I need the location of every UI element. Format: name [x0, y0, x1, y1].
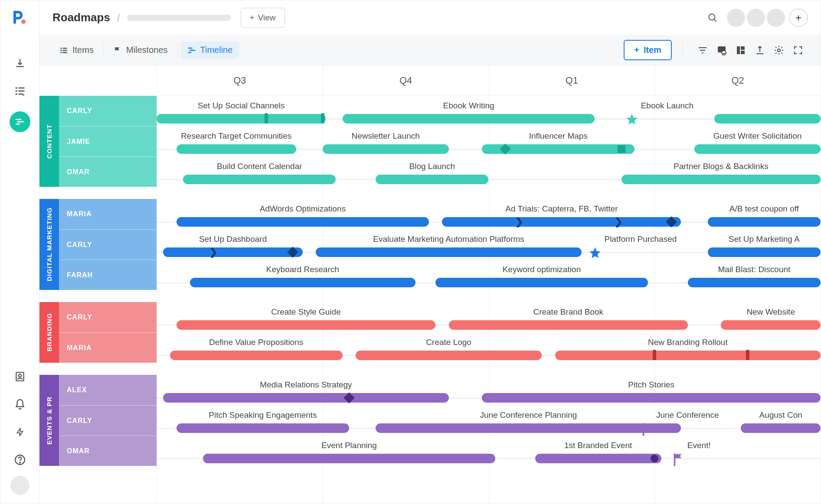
timeline-bar[interactable]	[190, 278, 416, 287]
swimlane-row-header[interactable]: MARIA	[59, 199, 157, 229]
avatar[interactable]	[727, 9, 745, 27]
svg-rect-27	[741, 51, 745, 54]
milestone-flag[interactable]	[641, 422, 653, 434]
timeline-bar-label: A/B test coupon off	[729, 204, 799, 214]
view-milestones-tab[interactable]: Milestones	[106, 42, 175, 59]
timeline-bar-label: Blog Launch	[409, 162, 455, 171]
timeline-bar-label: Mail Blast: Discount	[718, 265, 790, 274]
timeline-bar[interactable]	[323, 144, 449, 154]
timeline-bar[interactable]	[535, 454, 661, 463]
timeline-bar[interactable]	[435, 278, 648, 287]
timeline-bar[interactable]	[621, 175, 821, 184]
avatar[interactable]	[767, 9, 785, 27]
add-view-button[interactable]: + View	[241, 8, 285, 28]
nav-contacts-icon[interactable]	[13, 369, 27, 384]
timeline-bar[interactable]	[555, 351, 821, 360]
milestone-label: Platform Purchased	[604, 234, 677, 244]
timeline-bar[interactable]	[177, 217, 429, 227]
timeline-bar[interactable]	[157, 114, 326, 124]
plus-icon: +	[250, 13, 255, 23]
nav-profile-avatar[interactable]	[10, 476, 29, 495]
gear-icon[interactable]	[769, 41, 788, 60]
swimlane-row-header[interactable]: JAMIE	[59, 126, 157, 156]
svg-rect-12	[61, 50, 62, 51]
app-logo[interactable]	[12, 9, 28, 26]
nav-activity-icon[interactable]	[13, 425, 27, 439]
view-timeline-tab[interactable]: Timeline	[180, 42, 240, 59]
swimlane-row-header[interactable]: MARIA	[59, 332, 157, 363]
add-item-button[interactable]: + Item	[624, 40, 672, 60]
swimlane-tab[interactable]: CONTENT	[39, 96, 59, 187]
link-icon[interactable]	[712, 41, 731, 60]
timeline-bar-label: June Conference Planning	[480, 410, 577, 420]
swimlane-row-header[interactable]: FARAH	[59, 260, 157, 290]
list-icon	[59, 46, 68, 55]
timeline-bar[interactable]	[163, 393, 448, 403]
milestone-flag[interactable]	[672, 452, 684, 465]
search-icon[interactable]	[707, 12, 718, 23]
svg-point-0	[21, 20, 26, 24]
timeline-rows: Set Up Social ChannelsEbook WritingEbook…	[157, 96, 821, 466]
swimlane-tab[interactable]: DIGITAL MARKETING	[39, 199, 59, 290]
fullscreen-icon[interactable]	[788, 41, 808, 60]
swimlane-row-header[interactable]: OMAR	[59, 156, 157, 187]
swimlane-row-header[interactable]: CARLY	[59, 405, 157, 436]
timeline-bar[interactable]	[708, 247, 821, 257]
timeline-bar[interactable]	[170, 351, 343, 360]
timeline-bar[interactable]	[356, 351, 542, 360]
swimlane-row-header[interactable]: CARLY	[59, 229, 157, 260]
swimlane-row-header[interactable]: OMAR	[59, 436, 157, 466]
view-timeline-label: Timeline	[200, 45, 233, 55]
timeline-bar[interactable]	[741, 423, 821, 433]
timeline-row: Set Up Social ChannelsEbook WritingEbook…	[157, 96, 821, 126]
progress-marker	[653, 350, 656, 360]
view-items-tab[interactable]: Items	[52, 42, 101, 59]
filter-icon[interactable]	[693, 41, 712, 60]
progress-marker	[265, 113, 268, 124]
swimlane-tab[interactable]: BRANDING	[39, 302, 59, 363]
swimlane-row-header[interactable]: CARLY	[59, 96, 157, 126]
nav-help-icon[interactable]	[13, 452, 27, 467]
nav-list-icon[interactable]	[13, 84, 27, 98]
nav-import-icon[interactable]	[13, 56, 27, 71]
milestone-star[interactable]	[625, 113, 638, 125]
nav-roadmap-icon[interactable]	[10, 111, 30, 132]
avatar[interactable]	[747, 9, 765, 27]
swimlane-row-header[interactable]: ALEX	[59, 375, 157, 405]
timeline-area[interactable]: Q3Q4Q1Q2 Set Up Social ChannelsEbook Wri…	[157, 65, 821, 504]
timeline-canvas: CONTENTCARLYJAMIEOMARDIGITAL MARKETINGMA…	[39, 65, 821, 504]
timeline-bar[interactable]	[442, 217, 681, 227]
timeline-bar-label: Create Brand Book	[533, 307, 603, 317]
page-header: Roadmaps / + View +	[39, 0, 821, 35]
timeline-bar[interactable]	[316, 247, 581, 257]
timeline-bar[interactable]	[688, 278, 821, 287]
add-collaborator-button[interactable]: +	[789, 9, 808, 27]
milestone-star[interactable]	[589, 246, 601, 258]
timeline-bar[interactable]	[449, 320, 688, 330]
timeline-bar[interactable]	[694, 144, 821, 154]
timeline-bar[interactable]	[203, 454, 495, 463]
export-icon[interactable]	[750, 41, 769, 60]
nav-notifications-icon[interactable]	[13, 397, 27, 412]
timeline-bar-label: AdWords Optimizations	[260, 204, 346, 214]
timeline-bar[interactable]	[482, 393, 821, 403]
svg-rect-26	[741, 46, 745, 50]
milestone-label: Event!	[687, 441, 711, 450]
timeline-bar[interactable]	[177, 144, 296, 154]
timeline-bar[interactable]	[163, 247, 303, 257]
timeline-bar[interactable]	[708, 217, 821, 227]
timeline-bar[interactable]	[714, 114, 821, 124]
timeline-bar[interactable]	[183, 175, 336, 184]
layout-icon[interactable]	[731, 41, 750, 60]
timeline-bar-label: Research Target Communities	[181, 131, 291, 141]
timeline-bar[interactable]	[376, 423, 681, 433]
swimlane-row-header[interactable]: CARLY	[59, 302, 157, 332]
timeline-bar[interactable]	[721, 320, 821, 330]
timeline-bar-label: Define Value Propositions	[209, 338, 303, 347]
timeline-bar[interactable]	[343, 114, 595, 124]
swimlane-tab[interactable]: EVENTS & PR	[39, 375, 59, 466]
timeline-bar[interactable]	[376, 175, 488, 184]
timeline-bar[interactable]	[177, 423, 349, 433]
timeline-bar[interactable]	[177, 320, 435, 330]
breadcrumb-separator: /	[117, 12, 120, 24]
